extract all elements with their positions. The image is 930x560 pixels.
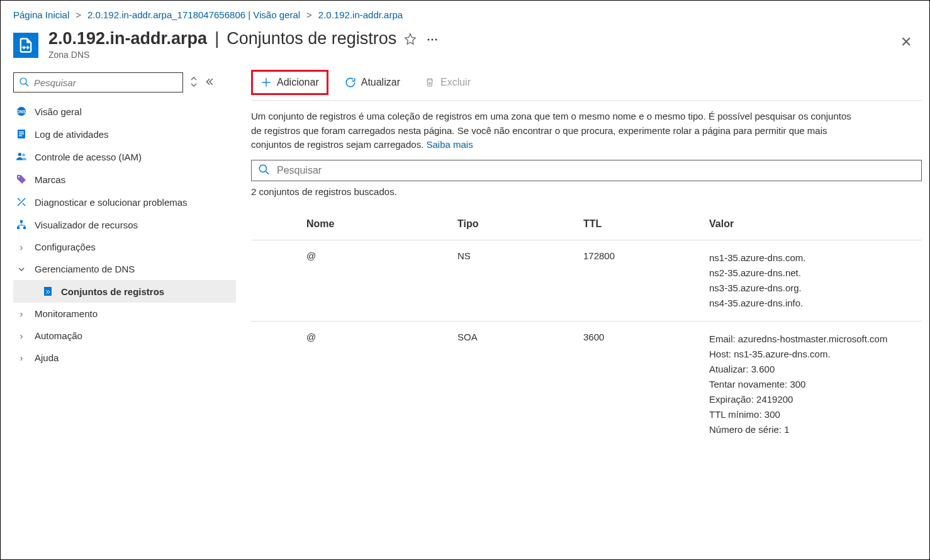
sidebar-item-label: Log de atividades	[35, 129, 109, 140]
page-section: Conjuntos de registros	[227, 29, 396, 48]
sidebar-item-label: Controle de acesso (IAM)	[35, 152, 142, 162]
svg-point-9	[22, 154, 25, 157]
table-cell-type: SOA	[452, 321, 578, 447]
sidebar-item-iam[interactable]: Controle de acesso (IAM)	[13, 145, 236, 168]
button-label: Excluir	[440, 77, 471, 88]
trash-icon	[424, 77, 435, 88]
sidebar-group-help[interactable]: › Ajuda	[13, 347, 236, 369]
sidebar-group-settings[interactable]: › Configurações	[13, 236, 236, 258]
sidebar-item-resource-viewer[interactable]: Visualizador de recursos	[13, 213, 236, 236]
sidebar-item-label: Conjuntos de registros	[61, 286, 164, 297]
breadcrumb-zone[interactable]: 2.0.192.in-addr.arpa	[318, 9, 403, 20]
svg-rect-7	[19, 135, 22, 137]
sidebar-item-activity-log[interactable]: Log de atividades	[13, 123, 236, 145]
chevron-right-icon: ›	[16, 330, 27, 341]
people-icon	[16, 151, 27, 162]
svg-point-17	[259, 165, 266, 172]
refresh-icon	[345, 77, 356, 88]
chevron-down-icon	[16, 266, 27, 273]
sidebar-item-tags[interactable]: Marcas	[13, 168, 236, 191]
main-content: Adicionar Atualizar Excluir Um conjunto …	[236, 66, 929, 560]
description: Um conjunto de registros é uma coleção d…	[251, 101, 861, 160]
table-header-value[interactable]: Valor	[704, 206, 922, 240]
header: 2.0.192.in-addr.arpa | Conjuntos de regi…	[1, 24, 929, 66]
dns-zone-icon	[13, 33, 38, 58]
table-row[interactable]: @SOA3600Email: azuredns-hostmaster.micro…	[251, 321, 922, 447]
svg-text:DNS: DNS	[17, 109, 25, 114]
collapse-sidebar-icon[interactable]	[204, 77, 213, 88]
records-search-input[interactable]	[277, 165, 915, 176]
plus-icon	[261, 77, 272, 88]
learn-more-link[interactable]: Saiba mais	[426, 139, 473, 150]
sidebar-search[interactable]	[13, 72, 183, 92]
recordsets-table: Nome Tipo TTL Valor @NS172800ns1-35.azur…	[251, 206, 922, 447]
chevron-right-icon: ›	[16, 242, 27, 252]
svg-point-8	[18, 153, 21, 156]
svg-line-1	[26, 84, 28, 86]
svg-point-10	[18, 176, 20, 177]
svg-rect-13	[23, 227, 26, 229]
sidebar-item-label: Visão geral	[35, 106, 82, 117]
refresh-button[interactable]: Atualizar	[337, 72, 408, 93]
sidebar-item-label: Marcas	[35, 174, 65, 185]
sidebar-group-automation[interactable]: › Automação	[13, 325, 236, 347]
add-button[interactable]: Adicionar	[251, 70, 328, 95]
svg-rect-11	[20, 220, 23, 223]
svg-rect-6	[19, 133, 24, 135]
search-icon	[258, 164, 269, 177]
resource-viewer-icon	[16, 219, 27, 230]
records-search[interactable]	[251, 160, 922, 181]
table-cell-name: @	[301, 321, 452, 447]
sidebar-item-recordsets[interactable]: Conjuntos de registros	[13, 280, 236, 303]
resource-type-label: Zona DNS	[48, 50, 439, 60]
sidebar-item-diagnose[interactable]: Diagnosticar e solucionar problemas	[13, 191, 236, 213]
diagnose-icon	[16, 196, 27, 208]
table-cell-value: Email: azuredns-hostmaster.microsoft.com…	[704, 321, 922, 447]
sidebar: DNS Visão geral Log de atividades Contro…	[1, 66, 236, 560]
more-icon[interactable]: ⋯	[427, 32, 439, 46]
svg-line-18	[266, 171, 269, 174]
sidebar-group-label: Configurações	[35, 242, 96, 252]
button-label: Adicionar	[277, 77, 319, 88]
sidebar-item-label: Visualizador de recursos	[35, 220, 138, 230]
chevron-right-icon: ›	[16, 352, 27, 363]
table-header-type[interactable]: Tipo	[452, 206, 578, 240]
sidebar-group-label: Ajuda	[35, 352, 59, 363]
toolbar: Adicionar Atualizar Excluir	[251, 66, 922, 101]
chevron-right-icon: >	[76, 9, 81, 20]
breadcrumb: Página Inicial > 2.0.192.in-addr.arpa_17…	[1, 1, 929, 24]
description-text: Um conjunto de registros é uma coleção d…	[251, 111, 851, 150]
table-cell-ttl: 3600	[578, 321, 704, 447]
svg-rect-14	[44, 287, 52, 296]
records-count: 2 conjuntos de registros buscados.	[251, 186, 922, 197]
svg-rect-12	[17, 227, 20, 229]
table-cell-value: ns1-35.azure-dns.com.ns2-35.azure-dns.ne…	[704, 240, 922, 321]
close-icon[interactable]: ✕	[900, 34, 912, 50]
globe-dns-icon: DNS	[16, 106, 27, 117]
button-label: Atualizar	[361, 77, 400, 88]
expand-collapse-icon[interactable]	[189, 77, 198, 89]
star-icon[interactable]	[404, 33, 417, 45]
page-title: 2.0.192.in-addr.arpa	[48, 29, 207, 48]
search-icon	[19, 77, 29, 89]
sidebar-group-dns-management[interactable]: Gerenciamento de DNS	[13, 258, 236, 280]
sidebar-item-overview[interactable]: DNS Visão geral	[13, 100, 236, 123]
breadcrumb-overview[interactable]: 2.0.192.in-addr.arpa_1718047656806 | Vis…	[87, 9, 300, 20]
table-header-name[interactable]: Nome	[301, 206, 452, 240]
sidebar-group-monitoring[interactable]: › Monitoramento	[13, 303, 236, 325]
table-row[interactable]: @NS172800ns1-35.azure-dns.com.ns2-35.azu…	[251, 240, 922, 321]
tags-icon	[16, 174, 27, 185]
sidebar-nav: DNS Visão geral Log de atividades Contro…	[13, 100, 236, 369]
table-cell-ttl: 172800	[578, 240, 704, 321]
sidebar-group-label: Monitoramento	[35, 308, 98, 319]
chevron-right-icon: ›	[16, 308, 27, 319]
sidebar-search-input[interactable]	[34, 77, 177, 88]
table-header-ttl[interactable]: TTL	[578, 206, 704, 240]
sidebar-item-label: Diagnosticar e solucionar problemas	[35, 197, 188, 208]
recordset-icon	[42, 286, 53, 297]
sidebar-group-label: Gerenciamento de DNS	[35, 264, 135, 274]
breadcrumb-home[interactable]: Página Inicial	[13, 9, 69, 20]
sidebar-group-label: Automação	[35, 330, 82, 341]
delete-button: Excluir	[417, 72, 478, 93]
svg-rect-5	[19, 132, 24, 133]
